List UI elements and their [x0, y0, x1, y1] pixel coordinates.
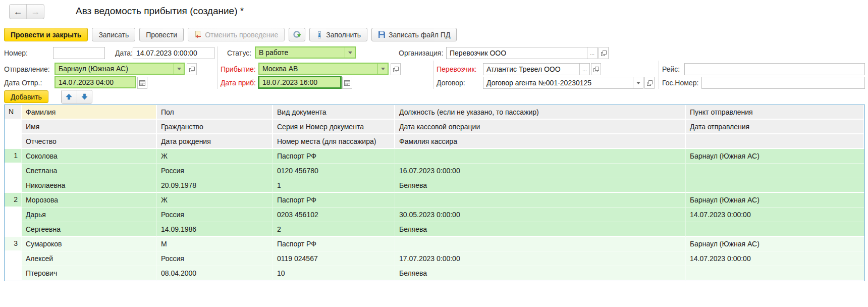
refresh-button[interactable] — [289, 28, 305, 41]
carrier-ellipsis-button[interactable]: ... — [579, 64, 589, 75]
table-cell[interactable]: 0203 456102 — [273, 208, 395, 222]
table-cell[interactable]: Алексей — [22, 251, 157, 266]
departure-combobox[interactable]: Барнаул (Южная АС) — [55, 63, 185, 75]
table-cell[interactable] — [686, 222, 864, 237]
table-cell[interactable]: Россия — [157, 251, 273, 266]
post-button[interactable]: Провести — [139, 28, 184, 41]
table-cell[interactable]: Дарья — [22, 208, 157, 222]
table-cell[interactable]: 0120 456780 — [273, 164, 395, 178]
table-cell[interactable]: Беляева — [395, 266, 686, 281]
table-cell[interactable]: 10 — [273, 266, 395, 281]
table-cell[interactable]: Паспорт РФ — [273, 237, 395, 251]
table-cell[interactable]: 16.07.2023 0:00:00 — [395, 164, 686, 178]
departure-open-button[interactable] — [187, 63, 197, 75]
fill-button[interactable]: Заполнить — [309, 28, 367, 41]
column-header[interactable]: Вид документа — [273, 105, 395, 120]
column-header[interactable]: Гражданство — [157, 120, 273, 134]
table-cell[interactable]: 30.05.2023 0:00:00 — [395, 208, 686, 222]
table-cell[interactable]: Паспорт РФ — [273, 149, 395, 164]
table-cell[interactable]: 1 — [273, 178, 395, 193]
row-number[interactable]: 1 — [5, 149, 22, 164]
table-cell[interactable]: 20.09.1978 — [157, 178, 273, 193]
table-cell[interactable]: 14.09.1986 — [157, 222, 273, 237]
organization-open-button[interactable] — [599, 47, 609, 59]
table-cell[interactable]: Птерович — [22, 266, 157, 281]
column-header[interactable]: Отчество — [22, 134, 157, 149]
table-cell[interactable]: Барнаул (Южная АС) — [686, 149, 864, 164]
save-pd-file-button[interactable]: Записать файл ПД — [371, 28, 457, 41]
table-cell[interactable] — [395, 193, 686, 208]
table-cell[interactable]: 14.07.2023 0:00:00 — [686, 208, 864, 222]
table-cell[interactable]: Россия — [157, 208, 273, 222]
column-header[interactable]: Имя — [22, 120, 157, 134]
table-cell[interactable]: Морозова — [22, 193, 157, 208]
undo-post-button[interactable]: Отменить проведение — [188, 28, 285, 41]
contract-dropdown-button[interactable] — [633, 77, 643, 88]
column-header[interactable]: Пол — [157, 105, 273, 120]
table-cell[interactable] — [686, 178, 864, 193]
column-header[interactable]: Номер места (для пассажира) — [273, 134, 395, 149]
carrier-field[interactable]: Атлантис Тревел ООО ... — [483, 63, 590, 75]
column-header[interactable]: Фамилия кассира — [395, 134, 686, 149]
table-cell[interactable]: Ж — [157, 193, 273, 208]
column-header[interactable] — [686, 134, 864, 149]
arrival-open-button[interactable] — [391, 63, 401, 75]
table-cell[interactable]: Сумароков — [22, 237, 157, 251]
departure-date-calendar-button[interactable] — [137, 77, 147, 89]
table-cell[interactable]: Паспорт РФ — [273, 193, 395, 208]
table-cell[interactable]: Барнаул (Южная АС) — [686, 193, 864, 208]
table-cell[interactable] — [395, 149, 686, 164]
organization-field[interactable]: Перевозчик ООО ... — [446, 47, 598, 59]
table-cell[interactable]: Беляева — [395, 222, 686, 237]
row-number[interactable]: 2 — [5, 193, 22, 208]
arrival-date-field[interactable]: 18.07.2023 16:00 — [258, 76, 341, 88]
back-button[interactable]: ← — [10, 5, 27, 19]
flight-input[interactable] — [684, 63, 865, 75]
date-input[interactable] — [133, 47, 214, 59]
table-cell[interactable]: Барнаул (Южная АС) — [686, 237, 864, 251]
move-row-down-button[interactable] — [77, 90, 92, 103]
number-input[interactable] — [53, 47, 105, 59]
column-header[interactable]: Дата отправления — [686, 120, 864, 134]
arrival-dropdown-button[interactable] — [377, 64, 388, 74]
table-cell[interactable] — [395, 237, 686, 251]
status-dropdown-button[interactable] — [345, 47, 355, 58]
row-number[interactable]: 3 — [5, 237, 22, 251]
forward-button[interactable]: → — [27, 5, 44, 19]
column-header[interactable]: Дата кассовой операции — [395, 120, 686, 134]
move-row-up-button[interactable] — [62, 90, 77, 103]
table-cell[interactable]: Светлана — [22, 164, 157, 178]
column-header[interactable]: Дата рождения — [157, 134, 273, 149]
post-and-close-button[interactable]: Провести и закрыть — [4, 28, 88, 41]
passenger-table[interactable]: NФамилияПолВид документаДолжность (если … — [4, 105, 865, 281]
departure-date-field[interactable]: 14.07.2023 04:00 — [55, 76, 136, 88]
arrival-date-calendar-button[interactable] — [342, 77, 352, 89]
table-cell[interactable] — [686, 164, 864, 178]
column-header[interactable]: Пункт отправления — [686, 105, 864, 120]
save-button[interactable]: Записать — [92, 28, 135, 41]
contract-combobox[interactable]: Договор агента №001-20230125 — [483, 77, 643, 89]
column-header-n[interactable]: N — [5, 105, 22, 120]
table-cell[interactable]: 08.04.2000 — [157, 266, 273, 281]
column-header[interactable]: Фамилия — [22, 105, 157, 120]
table-cell[interactable]: 17.07.2023 0:00:00 — [395, 251, 686, 266]
arrival-combobox[interactable]: Москва АВ — [258, 63, 389, 75]
add-row-button[interactable]: Добавить — [4, 90, 48, 103]
table-cell[interactable] — [686, 266, 864, 281]
departure-dropdown-button[interactable] — [174, 64, 184, 74]
carrier-open-button[interactable] — [591, 63, 601, 75]
table-cell[interactable]: Россия — [157, 164, 273, 178]
table-cell[interactable]: М — [157, 237, 273, 251]
table-cell[interactable]: Соколова — [22, 149, 157, 164]
column-header[interactable]: Серия и Номер документа — [273, 120, 395, 134]
table-cell[interactable]: Ж — [157, 149, 273, 164]
table-cell[interactable]: Сергеевна — [22, 222, 157, 237]
table-cell[interactable]: Беляева — [395, 178, 686, 193]
status-combobox[interactable]: В работе — [255, 46, 356, 59]
table-cell[interactable]: Николаевна — [22, 178, 157, 193]
table-cell[interactable]: 14.07.2023 0:00:00 — [686, 251, 864, 266]
table-cell[interactable]: 0119 024567 — [273, 251, 395, 266]
table-cell[interactable]: 2 — [273, 222, 395, 237]
state-number-input[interactable] — [701, 77, 865, 89]
contract-open-button[interactable] — [644, 77, 655, 89]
